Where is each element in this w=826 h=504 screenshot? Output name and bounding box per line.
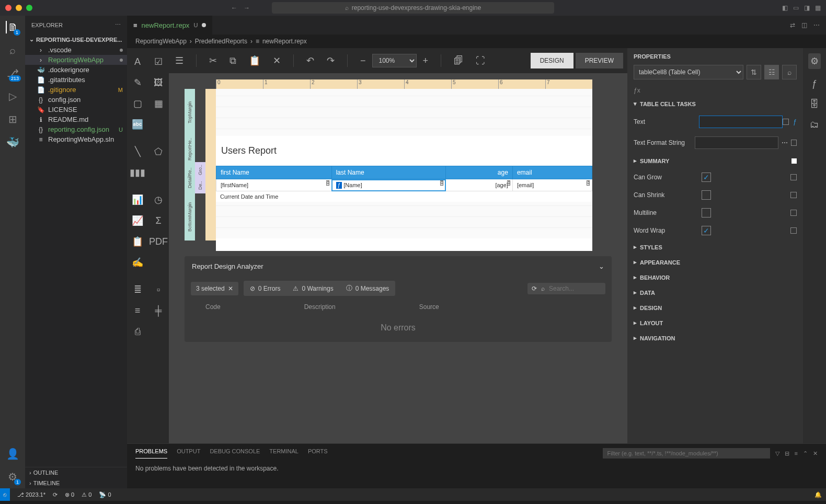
tool-panel[interactable]: ▢ [127, 93, 148, 114]
tool-subreport[interactable]: ⎙ [127, 321, 148, 342]
data-cell[interactable]: [email]🗄 [512, 179, 592, 191]
branch-button[interactable]: ⎇ 2023.1* [17, 491, 45, 498]
tree-item[interactable]: 📄.gitignoreM [25, 85, 127, 95]
tab-ports[interactable]: PORTS [308, 448, 328, 459]
tool-pagebreak[interactable]: ≡ [127, 300, 148, 321]
tree-item[interactable]: {}config.json [25, 95, 127, 105]
report-footer[interactable]: Current Date and Time [216, 191, 592, 202]
header-cell[interactable]: first Name [216, 166, 332, 179]
tool-character[interactable]: 🔤 [127, 114, 148, 135]
tool-sparkline[interactable]: 📈 [127, 210, 148, 231]
tree-item[interactable]: 📄.gitattributes [25, 75, 127, 85]
expression-icon[interactable]: ƒx [627, 85, 803, 96]
section-layout[interactable]: ▸LAYOUT [627, 315, 803, 330]
analyzer-header[interactable]: Report Design Analyzer ⌄ [185, 256, 612, 277]
analyzer-search-input[interactable] [549, 285, 601, 292]
tab-debug-console[interactable]: DEBUG CONSOLE [210, 448, 260, 459]
folder-header[interactable]: ⌄ REPORTING-USE-DEVEXPRE... [25, 34, 127, 45]
tool-richtext[interactable]: ✎ [127, 72, 148, 93]
minimize-window[interactable] [16, 5, 22, 11]
analyzer-selected-chip[interactable]: 3 selected✕ [191, 282, 238, 295]
account-icon[interactable]: 👤 [6, 448, 19, 460]
tool-gauge[interactable]: ◷ [148, 189, 169, 210]
forward-icon[interactable]: → [244, 4, 250, 12]
prop-shrink-check[interactable] [702, 190, 711, 200]
command-center[interactable]: ⌕ reporting-use-devexpress-drawing-skia-… [272, 2, 554, 14]
expressions-tab-icon[interactable]: ƒ [812, 78, 817, 89]
prop-marker[interactable] [790, 192, 797, 198]
prop-marker[interactable] [790, 210, 797, 216]
panel-up-icon[interactable]: ⌃ [803, 450, 808, 457]
header-cell[interactable]: email [512, 166, 592, 179]
scm-icon[interactable]: ⎇213 [6, 67, 19, 79]
tool-pdf[interactable]: PDF [148, 231, 169, 252]
scripts-icon[interactable]: 🗐 [452, 53, 465, 68]
filter-icon[interactable]: ▽ [775, 450, 779, 457]
tool-chart[interactable]: 📊 [127, 189, 148, 210]
notifications-icon[interactable]: 🔔 [814, 491, 822, 498]
prop-text-input[interactable] [699, 116, 783, 128]
tree-item[interactable]: ›.vscode [25, 45, 127, 55]
col-source[interactable]: Source [419, 303, 439, 311]
sidebar-more-icon[interactable]: ⋯ [115, 21, 121, 28]
layout-primary-icon[interactable]: ◧ [782, 4, 788, 12]
header-cell[interactable]: last Name [331, 166, 446, 179]
explorer-tab-icon[interactable]: 🗂 [810, 119, 819, 130]
settings-gear-icon[interactable]: ⚙1 [6, 471, 19, 483]
tool-table[interactable]: ▦ [148, 93, 169, 114]
debug-icon[interactable]: ▷ [6, 90, 19, 102]
tool-shape[interactable]: ⬠ [148, 141, 169, 162]
section-summary[interactable]: ▸SUMMARY [627, 153, 803, 168]
layout-customize-icon[interactable]: ▦ [815, 4, 821, 12]
redo-icon[interactable]: ↷ [325, 53, 337, 68]
tree-item[interactable]: ℹREADME.md [25, 114, 127, 124]
prop-marker[interactable] [791, 140, 797, 146]
tool-barcode[interactable]: ▮▮▮ [127, 162, 148, 183]
section-styles[interactable]: ▸STYLES [627, 239, 803, 255]
element-selector[interactable]: tableCell8 (Table Cell) [634, 65, 743, 79]
design-mode-button[interactable]: DESIGN [531, 53, 573, 68]
warnings-filter[interactable]: ⚠0 Warnings [286, 281, 339, 296]
tab-newreport[interactable]: ≡ newReport.repx U [127, 16, 213, 35]
view-icon[interactable]: ≡ [795, 450, 798, 456]
fullscreen-icon[interactable]: ⛶ [474, 53, 487, 68]
tool-sum[interactable]: Σ [148, 210, 169, 231]
preview-mode-button[interactable]: PREVIEW [576, 53, 623, 68]
zoom-out-icon[interactable]: − [358, 53, 368, 68]
report-table[interactable]: first Namelast Nameageemail [firstName]🗄… [216, 166, 592, 191]
outline-section[interactable]: ›OUTLINE [25, 467, 127, 478]
layout-secondary-icon[interactable]: ◨ [804, 4, 810, 12]
section-tasks[interactable]: ▾TABLE CELL TASKS [627, 96, 803, 111]
remote-button[interactable]: ⎋ [0, 488, 10, 501]
tab-terminal[interactable]: TERMINAL [269, 448, 299, 459]
tool-line[interactable]: ╲ [127, 141, 148, 162]
layout-panel-icon[interactable]: ▭ [793, 4, 799, 12]
docker-icon[interactable]: 🐳 [6, 136, 19, 148]
tree-item[interactable]: {}reporting.config.jsonU [25, 124, 127, 134]
section-navigation[interactable]: ▸NAVIGATION [627, 330, 803, 346]
copy-icon[interactable]: ⧉ [227, 53, 238, 68]
warnings-status[interactable]: ⚠ 0 [82, 491, 91, 498]
tree-item[interactable]: 🔖LICENSE [25, 105, 127, 114]
sync-button[interactable]: ⟳ [53, 491, 58, 498]
timeline-section[interactable]: ›TIMELINE [25, 478, 127, 488]
sort-icon[interactable]: ⇅ [747, 65, 761, 79]
prop-marker[interactable] [790, 227, 797, 234]
tool-clipboard[interactable]: 📋 [127, 231, 148, 252]
maximize-window[interactable] [26, 5, 32, 11]
prop-format-input[interactable] [695, 136, 778, 149]
fieldlist-tab-icon[interactable]: 🗄 [810, 99, 819, 110]
zoom-in-icon[interactable]: + [421, 53, 431, 68]
section-data[interactable]: ▸DATA [627, 285, 803, 300]
back-icon[interactable]: ← [231, 4, 237, 12]
collapse-icon[interactable]: ⊟ [785, 450, 789, 457]
tab-output[interactable]: OUTPUT [177, 448, 200, 459]
refresh-icon[interactable]: ⟳ [532, 285, 537, 292]
tree-item[interactable]: ≡ReportingWebApp.sln [25, 134, 127, 144]
split-icon[interactable]: ◫ [801, 21, 807, 29]
paste-icon[interactable]: 📋 [247, 53, 262, 68]
extensions-icon[interactable]: ⊞ [6, 113, 19, 125]
tree-item[interactable]: ›ReportingWebApp [25, 55, 127, 65]
compare-icon[interactable]: ⇄ [790, 21, 795, 29]
col-code[interactable]: Code [205, 303, 221, 311]
